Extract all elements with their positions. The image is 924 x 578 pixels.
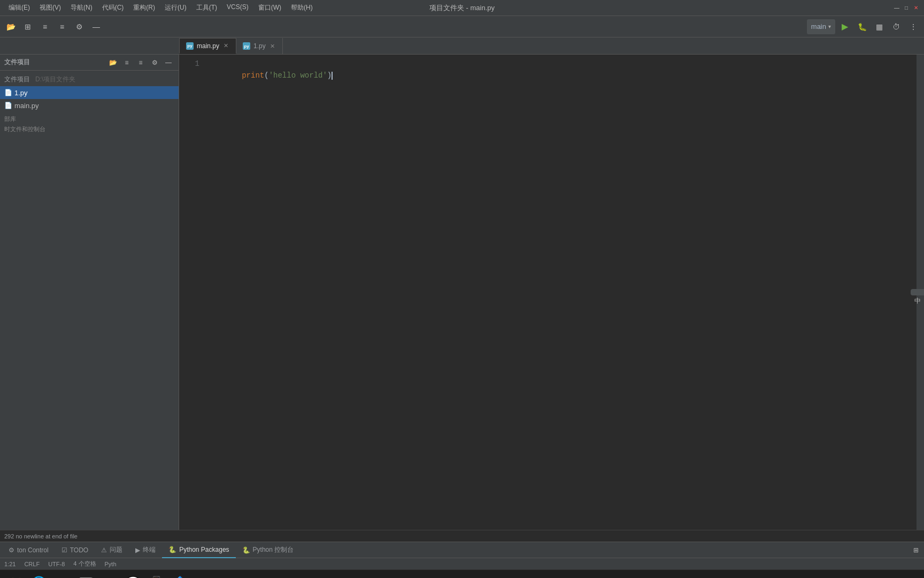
file-manager-icon: 📁 — [8, 576, 22, 579]
python-packages-icon: 🐍 — [168, 546, 176, 553]
bottom-info-message: 292 no newline at end of file — [4, 533, 78, 539]
sidebar-item-1py[interactable]: 📄 1.py — [0, 86, 179, 99]
edge-icon: 🌐 — [32, 576, 46, 579]
taskbar-icon-file-manager[interactable]: 📁 — [4, 572, 26, 579]
bottom-tab-run-control[interactable]: ⚙ ton Control — [2, 542, 55, 558]
tab-bar: py main.py ✕ py 1.py ✕ — [0, 37, 924, 55]
run-config-dropdown-icon: ▾ — [828, 24, 831, 29]
taskbar-icon-heart-app[interactable]: ♥ — [98, 572, 120, 579]
tab-main-py[interactable]: py main.py ✕ — [179, 38, 236, 54]
status-indent[interactable]: 4 个空格 — [73, 560, 96, 568]
sidebar-minimize-btn[interactable]: — — [163, 57, 174, 69]
menu-refactor[interactable]: 重构(R) — [129, 2, 159, 14]
close-button[interactable]: ✕ — [912, 4, 920, 12]
title-bar: 编辑(E) 视图(V) 导航(N) 代码(C) 重构(R) 运行(U) 工具(T… — [0, 0, 924, 16]
maximize-button[interactable]: □ — [903, 4, 910, 12]
menu-nav[interactable]: 导航(N) — [66, 2, 97, 14]
bottom-tab-problems-label: 问题 — [110, 545, 122, 554]
menu-window[interactable]: 窗口(W) — [254, 2, 286, 14]
window-controls: — □ ✕ — [893, 4, 920, 12]
run-config-name: main — [811, 22, 826, 31]
run-control-icon: ⚙ — [9, 546, 14, 554]
taskbar-icon-edge[interactable]: 🌐 — [28, 572, 49, 579]
status-encoding[interactable]: UTF-8 — [48, 561, 65, 567]
menu-edit[interactable]: 编辑(E) — [4, 2, 34, 14]
python-console-icon: 🐍 — [242, 546, 250, 554]
bottom-tab-problems[interactable]: ⚠ 问题 — [95, 542, 129, 558]
sidebar-scratch-label: 时文件和控制台 — [0, 124, 179, 134]
text-cursor — [332, 72, 333, 80]
taskbar-icon-pycharm[interactable]: 🔷 — [169, 572, 190, 579]
status-lang[interactable]: Pyth — [105, 561, 117, 567]
toolbar-settings-button[interactable]: ⚙ — [72, 19, 87, 34]
bottom-panel-expand-btn[interactable]: ⊞ — [910, 544, 922, 556]
minimize-button[interactable]: — — [893, 4, 900, 12]
word-icon: W — [57, 576, 68, 579]
bottom-tab-python-packages[interactable]: 🐍 Python Packages — [162, 542, 235, 558]
sidebar-open-btn[interactable]: 📂 — [107, 57, 119, 69]
tab-close-main-py[interactable]: ✕ — [222, 42, 229, 50]
menu-tools[interactable]: 工具(T) — [192, 2, 221, 14]
code-content[interactable]: print('hello world') — [206, 57, 924, 528]
run-config-selector[interactable]: main ▾ — [807, 19, 835, 34]
taskbar-icon-chat[interactable]: 💬 — [122, 572, 143, 579]
menu-vcs[interactable]: VCS(S) — [222, 2, 253, 14]
toolbar-minus-button[interactable]: — — [89, 19, 104, 34]
bottom-tab-run-control-label: ton Control — [17, 546, 49, 554]
toolbar-open-button[interactable]: 📂 — [3, 19, 18, 34]
more-actions-button[interactable]: ⋮ — [906, 19, 921, 34]
bottom-tab-todo-label: TODO — [70, 546, 88, 554]
file-icon-mainpy: 📄 — [4, 102, 12, 109]
editor-area[interactable]: 1 print('hello world') 中 — [179, 55, 924, 530]
sidebar-toolbar: 文件项目 📂 ≡ ≡ ⚙ — — [0, 55, 179, 71]
status-line-ending[interactable]: CRLF — [24, 561, 40, 567]
editor-content: 1 print('hello world') — [179, 55, 924, 530]
sidebar-collapse-all-btn[interactable]: ≡ — [135, 57, 147, 69]
taskbar-icon-word[interactable]: W — [51, 572, 73, 579]
bottom-tabs: ⚙ ton Control ☑ TODO ⚠ 问题 ▶ 终端 🐍 Python … — [0, 542, 924, 558]
tab-label-1-py: 1.py — [253, 42, 266, 50]
sidebar: 文件项目 📂 ≡ ≡ ⚙ — 文件项目 D:\项目文件夹 📄 1.py 📄 ma… — [0, 55, 179, 530]
bottom-tab-python-console[interactable]: 🐍 Python 控制台 — [236, 542, 301, 558]
pycharm-icon: 🔷 — [173, 576, 187, 579]
status-cursor: 1:21 — [4, 561, 16, 567]
taskbar-icon-caj[interactable]: 📰 — [75, 572, 96, 579]
sidebar-expand-all-btn[interactable]: ≡ — [121, 57, 133, 69]
debug-button[interactable]: 🐛 — [854, 19, 869, 34]
bottom-tab-terminal[interactable]: ▶ 终端 — [129, 542, 162, 558]
menu-run[interactable]: 运行(U) — [160, 2, 191, 14]
run-button[interactable]: ▶ — [837, 19, 852, 34]
menu-code[interactable]: 代码(C) — [98, 2, 128, 14]
toolbar-layout-button[interactable]: ⊞ — [20, 19, 35, 34]
main-area: 文件项目 📂 ≡ ≡ ⚙ — 文件项目 D:\项目文件夹 📄 1.py 📄 ma… — [0, 55, 924, 530]
right-float-panel[interactable]: 中 — [911, 289, 924, 295]
menu-help[interactable]: 帮助(H) — [287, 2, 317, 14]
menu-view[interactable]: 视图(V) — [35, 2, 65, 14]
coverage-button[interactable]: ▦ — [872, 19, 887, 34]
profile-button[interactable]: ⏱ — [889, 19, 904, 34]
sidebar-libraries-label: 部库 — [0, 114, 179, 124]
sidebar-title: 文件项目 — [4, 58, 30, 67]
sidebar-settings-btn[interactable]: ⚙ — [149, 57, 160, 69]
line-numbers: 1 — [179, 57, 206, 528]
bottom-tab-terminal-label: 终端 — [143, 545, 156, 554]
bottom-tab-todo[interactable]: ☑ TODO — [55, 542, 95, 558]
toolbar-expand-button[interactable]: ≡ — [37, 19, 52, 34]
taskbar-icon-phone[interactable]: 📱 — [145, 572, 167, 579]
sidebar-item-mainpy[interactable]: 📄 main.py — [0, 99, 179, 112]
chat-icon: 💬 — [126, 576, 140, 579]
phone-icon: 📱 — [149, 576, 164, 579]
tab-close-1-py[interactable]: ✕ — [269, 42, 276, 50]
status-bar: 1:21 CRLF UTF-8 4 个空格 Pyth — [0, 558, 924, 569]
bottom-info-bar: 292 no newline at end of file — [0, 530, 924, 542]
bottom-tab-python-packages-label: Python Packages — [179, 546, 229, 553]
sidebar-item-label-1py: 1.py — [14, 89, 28, 97]
tab-1-py[interactable]: py 1.py ✕ — [236, 38, 283, 54]
caj-icon: 📰 — [79, 576, 93, 579]
toolbar-collapse-button[interactable]: ≡ — [55, 19, 70, 34]
tab-label-main-py: main.py — [197, 42, 219, 50]
problems-icon: ⚠ — [101, 546, 107, 554]
tab-icon-main-py: py — [186, 42, 194, 50]
taskbar: 📁 🌐 W 📰 ♥ 💬 📱 🔷 ∧ ⌨ 🔊 🌐 中 202 — [0, 569, 924, 578]
bottom-tab-python-console-label: Python 控制台 — [253, 545, 294, 554]
